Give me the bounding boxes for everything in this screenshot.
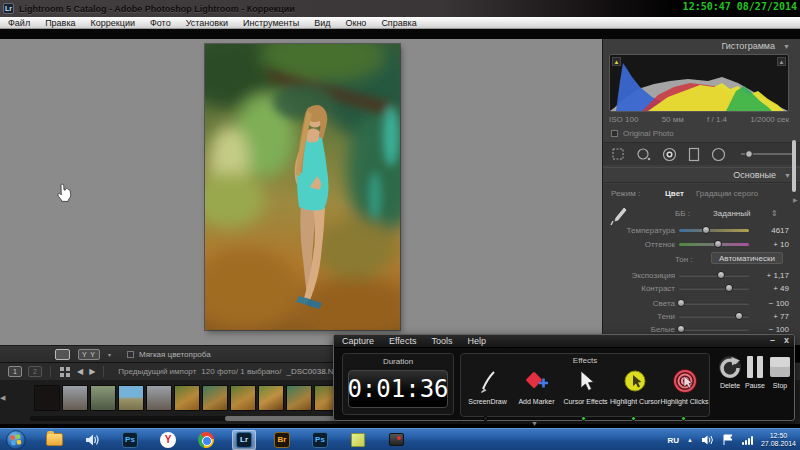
menu-window[interactable]: Окно [345, 18, 366, 28]
recorder-menu-effects[interactable]: Effects [389, 336, 416, 346]
main-window-button[interactable]: 1 [8, 366, 22, 377]
menu-settings[interactable]: Установки [186, 18, 228, 28]
before-after-view-icon[interactable]: Y Y [78, 349, 100, 360]
white-balance-dropdown-icon[interactable]: ⇕ [771, 209, 778, 218]
filmstrip-thumbnail[interactable] [90, 385, 116, 411]
filmstrip-thumbnail[interactable] [174, 385, 200, 411]
go-forward-arrow-icon[interactable]: ▶ [89, 367, 95, 376]
histogram[interactable]: ▲ ▲ [609, 54, 789, 112]
original-photo-checkbox[interactable] [611, 130, 618, 137]
tint-slider[interactable] [679, 243, 749, 246]
histogram-panel-header[interactable]: Гистограмма ▼ [603, 39, 800, 53]
highlight-clipping-indicator[interactable]: ▲ [777, 57, 786, 66]
taskbar-recorder-button[interactable] [384, 430, 408, 450]
temperature-slider[interactable] [679, 229, 749, 232]
photo-preview[interactable] [205, 44, 400, 330]
hidden-icons-arrow-icon[interactable]: ▲ [687, 437, 693, 443]
filmstrip-thumbnail[interactable] [62, 385, 88, 411]
shadows-slider[interactable] [679, 315, 749, 318]
pause-button[interactable]: Pause [745, 355, 765, 389]
soft-proof-checkbox[interactable] [127, 351, 134, 358]
soft-proof-row[interactable]: Мягкая цветопроба [127, 350, 211, 359]
tray-volume-icon[interactable] [701, 434, 714, 446]
contrast-slider[interactable] [679, 287, 749, 290]
filmstrip-thumbnail[interactable] [258, 385, 284, 411]
screendraw-button[interactable]: ScreenDraw [463, 367, 512, 405]
slider-knob[interactable] [717, 271, 725, 279]
spot-removal-tool-icon[interactable] [636, 147, 651, 162]
filmstrip-thumbnail[interactable] [118, 385, 144, 411]
white-balance-value[interactable]: Заданный [713, 209, 750, 218]
adjustment-brush-tool-icon[interactable] [737, 148, 799, 160]
whites-slider[interactable] [679, 328, 749, 331]
crop-tool-icon[interactable] [611, 147, 625, 161]
recorder-minimize-button[interactable]: – [770, 335, 775, 345]
filmstrip-breadcrumb[interactable]: Предыдущий импорт 120 фото/ 1 выбрано/ _… [118, 367, 352, 376]
graduated-filter-tool-icon[interactable] [688, 147, 700, 162]
treatment-grayscale-option[interactable]: Градации серого [696, 189, 758, 198]
slider-knob[interactable] [725, 284, 733, 292]
highlight-cursor-button[interactable]: Highlight Cursor [610, 367, 660, 405]
menu-develop[interactable]: Коррекции [91, 18, 135, 28]
red-eye-tool-icon[interactable] [662, 147, 677, 162]
taskbar-notes-button[interactable] [346, 430, 370, 450]
filmstrip-thumbnail[interactable] [34, 385, 60, 411]
panel-collapse-arrow-icon[interactable]: ▶ [793, 196, 798, 203]
loupe-view-icon[interactable] [55, 349, 70, 360]
slider-knob[interactable] [735, 312, 743, 320]
start-button[interactable] [4, 430, 28, 450]
taskbar-photoshop2-button[interactable]: Ps [308, 430, 332, 450]
filmstrip-collapse-icon[interactable]: ▼ [531, 420, 538, 427]
filmstrip-thumbnail[interactable] [146, 385, 172, 411]
grid-view-icon[interactable] [59, 366, 71, 378]
basic-panel-header[interactable]: Основные ▼ [603, 167, 800, 183]
menu-tools[interactable]: Инструменты [243, 18, 299, 28]
menu-help[interactable]: Справка [381, 18, 416, 28]
menu-view[interactable]: Вид [314, 18, 330, 28]
slider-knob[interactable] [714, 240, 722, 248]
second-window-button[interactable]: 2 [28, 366, 42, 377]
recorder-close-button[interactable]: x [784, 335, 789, 345]
recorder-menu-capture[interactable]: Capture [342, 336, 374, 346]
taskbar-volume-app-button[interactable] [80, 430, 104, 450]
network-signal-icon[interactable] [742, 436, 753, 445]
highlights-slider[interactable] [679, 302, 749, 305]
add-marker-button[interactable]: Add Marker [512, 367, 561, 405]
menu-photo[interactable]: Фото [150, 18, 171, 28]
radial-filter-tool-icon[interactable] [711, 147, 726, 162]
taskbar-yandex-button[interactable]: Y [156, 430, 180, 450]
stop-button[interactable]: Stop [768, 355, 792, 389]
collapse-triangle-icon[interactable]: ▼ [784, 172, 791, 179]
slider-knob[interactable] [677, 299, 685, 307]
filmstrip-thumbnail[interactable] [286, 385, 312, 411]
delete-button[interactable]: Delete [718, 355, 742, 389]
cursor-effects-button[interactable]: Cursor Effects [561, 367, 610, 405]
filmstrip-thumbnail[interactable] [230, 385, 256, 411]
go-back-arrow-icon[interactable]: ◀ [77, 367, 83, 376]
tray-clock[interactable]: 12:50 27.08.2014 [761, 432, 796, 448]
right-panel-scrollbar[interactable] [792, 140, 796, 192]
slider-knob[interactable] [702, 226, 710, 234]
treatment-color-option[interactable]: Цвет [665, 189, 684, 198]
taskbar-bridge-button[interactable]: Br [270, 430, 294, 450]
taskbar-chrome-button[interactable] [194, 430, 218, 450]
recorder-menu-help[interactable]: Help [467, 336, 486, 346]
filmstrip-scroll-left-icon[interactable]: ◀ [0, 394, 5, 402]
shadow-clipping-indicator[interactable]: ▲ [612, 57, 621, 66]
view-dropdown-icon[interactable]: ▾ [108, 351, 111, 358]
taskbar-photoshop-button[interactable]: Ps [118, 430, 142, 450]
collapse-triangle-icon[interactable]: ▼ [783, 43, 790, 50]
original-photo-row[interactable]: Original Photo [611, 129, 674, 138]
language-indicator[interactable]: RU [667, 436, 679, 445]
auto-tone-button[interactable]: Автоматически [711, 252, 783, 264]
taskbar-explorer-button[interactable] [42, 430, 66, 450]
highlight-clicks-button[interactable]: Highlight Clicks [660, 367, 709, 405]
taskbar-lightroom-button[interactable]: Lr [232, 430, 256, 450]
slider-knob[interactable] [677, 325, 685, 333]
action-center-flag-icon[interactable] [722, 434, 734, 446]
recorder-menu-tools[interactable]: Tools [431, 336, 452, 346]
exposure-slider[interactable] [679, 274, 749, 277]
menu-edit[interactable]: Правка [45, 18, 75, 28]
menu-file[interactable]: Файл [8, 18, 30, 28]
filmstrip-thumbnail[interactable] [202, 385, 228, 411]
